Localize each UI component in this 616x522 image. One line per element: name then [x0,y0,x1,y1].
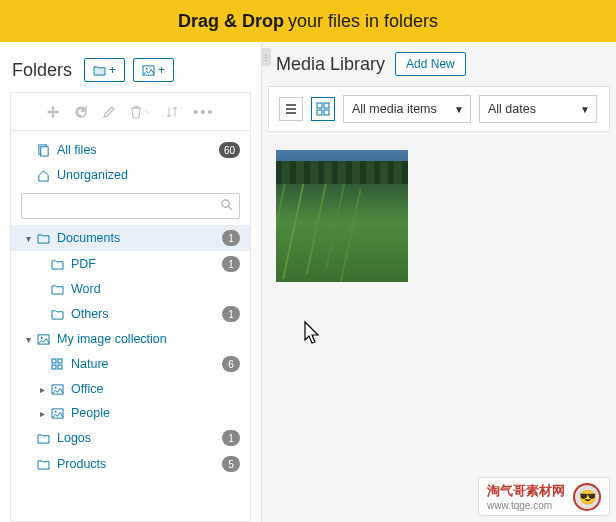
delete-icon[interactable] [130,105,151,119]
tree-item-label: Others [71,307,222,321]
folder-search [21,193,240,219]
media-grid [262,132,616,300]
tree-item-label: Documents [57,231,222,245]
sort-icon[interactable] [165,105,179,119]
new-gallery-button[interactable]: + [133,58,174,82]
count-badge: 5 [222,456,240,472]
svg-rect-9 [52,365,56,369]
tree-item-label: My image collection [57,332,240,346]
tree-item-label: Products [57,457,222,471]
tree-item-all-files[interactable]: All files 60 [11,137,250,163]
count-badge: 1 [222,256,240,272]
tree-item-label: PDF [71,257,222,271]
content-title: Media Library [276,54,385,75]
svg-point-12 [54,386,56,388]
content: ⋮ Media Library Add New All media items▼… [262,42,616,522]
tree-item-people[interactable]: ▸ People [11,401,250,425]
grid-icon [49,358,65,370]
tree-item-logos[interactable]: Logos 1 [11,425,250,451]
grid-view-button[interactable] [311,97,335,121]
count-badge: 6 [222,356,240,372]
filter-bar: All media items▼ All dates▼ [268,86,610,132]
folder-icon [35,233,51,244]
tree-item-label: Unorganized [57,168,240,182]
tree-item-label: Office [71,382,240,396]
count-badge: 60 [219,142,240,158]
count-badge: 1 [222,306,240,322]
folder-icon [35,459,51,470]
edit-icon[interactable] [102,105,116,119]
list-icon [284,102,298,116]
svg-rect-18 [324,110,329,115]
more-icon[interactable]: ••• [193,103,215,120]
gallery-icon [49,408,65,419]
svg-rect-10 [58,365,62,369]
tree-item-unorganized[interactable]: Unorganized [11,163,250,187]
svg-rect-8 [58,359,62,363]
content-header: Media Library Add New [262,42,616,86]
list-view-button[interactable] [279,97,303,121]
count-badge: 1 [222,230,240,246]
date-filter[interactable]: All dates▼ [479,95,597,123]
search-icon [220,198,233,211]
sidebar: Folders + + ••• All files 60 Unorganized [0,42,262,522]
svg-rect-16 [324,103,329,108]
tree-item-label: People [71,406,240,420]
watermark: 淘气哥素材网 www.tqge.com 😎 [478,477,610,516]
chevron-icon: ▾ [21,233,35,244]
count-badge: 1 [222,430,240,446]
tree-item-pdf[interactable]: PDF 1 [11,251,250,277]
tree-item-label: Logos [57,431,222,445]
tree-item-office[interactable]: ▸ Office [11,377,250,401]
chevron-icon: ▸ [35,384,49,395]
svg-rect-17 [317,110,322,115]
banner-bold: Drag & Drop [178,11,284,32]
resize-handle[interactable]: ⋮ [261,48,271,66]
sidebar-header: Folders + + [0,48,261,92]
grid-icon [316,102,330,116]
chevron-icon: ▾ [21,334,35,345]
svg-point-4 [222,200,229,207]
gallery-icon [49,384,65,395]
svg-rect-7 [52,359,56,363]
folder-icon [49,309,65,320]
folder-search-input[interactable] [21,193,240,219]
folder-icon [35,433,51,444]
folder-icon [49,284,65,295]
tree-item-documents[interactable]: ▾ Documents 1 [11,225,250,251]
chevron-down-icon: ▼ [580,104,590,115]
svg-point-1 [146,67,148,69]
folder-icon [93,65,106,76]
sidebar-title: Folders [12,60,72,81]
gallery-icon [142,65,155,76]
gallery-icon [35,334,51,345]
tree-item-label: All files [57,143,219,157]
svg-point-14 [54,410,56,412]
tree-item-label: Word [71,282,240,296]
svg-point-6 [40,336,42,338]
folder-toolbar: ••• [10,92,251,131]
tree-item-label: Nature [71,357,222,371]
move-icon[interactable] [46,105,60,119]
svg-rect-15 [317,103,322,108]
home-icon [35,169,51,182]
tree-item-word[interactable]: Word [11,277,250,301]
media-thumbnail[interactable] [276,150,408,282]
files-icon [35,144,51,157]
svg-rect-3 [40,146,47,155]
media-type-filter[interactable]: All media items▼ [343,95,471,123]
main: Folders + + ••• All files 60 Unorganized [0,42,616,522]
tree-item-others[interactable]: Others 1 [11,301,250,327]
banner: Drag & Drop your files in folders [0,0,616,42]
tree-item-nature[interactable]: Nature 6 [11,351,250,377]
folder-tree: All files 60 Unorganized ▾ Documents 1 P… [10,131,251,522]
folder-icon [49,259,65,270]
watermark-face-icon: 😎 [573,483,601,511]
reload-icon[interactable] [74,105,88,119]
tree-item-products[interactable]: Products 5 [11,451,250,477]
tree-item-my-image-collection[interactable]: ▾ My image collection [11,327,250,351]
chevron-icon: ▸ [35,408,49,419]
new-folder-button[interactable]: + [84,58,125,82]
add-new-button[interactable]: Add New [395,52,466,76]
chevron-down-icon: ▼ [454,104,464,115]
